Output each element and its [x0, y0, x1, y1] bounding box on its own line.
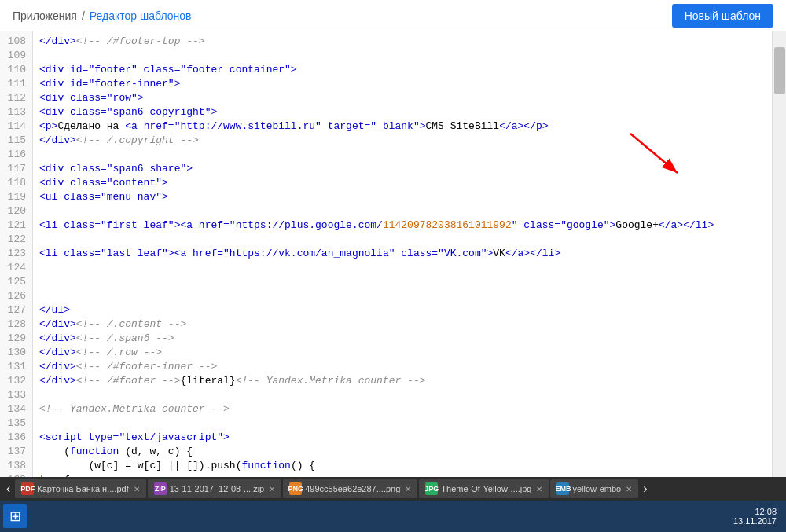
- line-number: 118: [0, 176, 32, 190]
- file-name: 499cc55ea62e287....png: [305, 484, 400, 493]
- code-line: [39, 416, 766, 431]
- code-line: [39, 148, 766, 162]
- code-line: <li class="first leaf"><a href="https://…: [39, 218, 766, 233]
- code-line: [39, 204, 766, 218]
- line-number: 130: [0, 346, 32, 360]
- code-line: </div><!-- /.content -->: [39, 317, 766, 332]
- code-line: <script type="text/javascript">: [39, 431, 766, 445]
- code-line: </div><!-- /#footer -->{literal}<!-- Yan…: [39, 374, 766, 388]
- line-number: 124: [0, 261, 32, 275]
- code-line: <li class="last leaf"><a href="https://v…: [39, 247, 766, 261]
- file-bar-item[interactable]: PNG499cc55ea62e287....png✕: [283, 479, 417, 498]
- code-line: [39, 233, 766, 247]
- file-close-button[interactable]: ✕: [536, 485, 542, 493]
- breadcrumb: Приложения / Редактор шаблонов: [13, 9, 191, 22]
- file-bar-item[interactable]: PDFКарточка Банка н....pdf✕: [15, 479, 145, 498]
- line-number: 125: [0, 275, 32, 289]
- line-number: 126: [0, 289, 32, 303]
- line-number: 127: [0, 303, 32, 317]
- line-number: 136: [0, 431, 32, 445]
- line-number: 135: [0, 416, 32, 431]
- code-line: [39, 49, 766, 63]
- file-bar-item[interactable]: JPGTheme-Of-Yellow-....jpg✕: [419, 479, 549, 498]
- code-line: (function (d, w, c) {: [39, 445, 766, 459]
- code-line: <div class="row">: [39, 91, 766, 105]
- file-bar-item[interactable]: EMByellow-embo✕: [550, 479, 638, 498]
- file-close-button[interactable]: ✕: [405, 485, 411, 493]
- scrollbar-thumb[interactable]: [774, 47, 785, 94]
- top-bar: Приложения / Редактор шаблонов Новый шаб…: [0, 0, 786, 31]
- line-number: 116: [0, 148, 32, 162]
- code-line: <ul class="menu nav">: [39, 190, 766, 204]
- file-name: Theme-Of-Yellow-....jpg: [441, 484, 531, 493]
- clock-date: 13.11.2017: [733, 516, 777, 526]
- line-number: 122: [0, 233, 32, 247]
- file-bar-left-arrow[interactable]: ‹: [3, 482, 13, 496]
- line-number: 117: [0, 162, 32, 176]
- line-number: 112: [0, 91, 32, 105]
- line-number: 120: [0, 204, 32, 218]
- code-line: <div class="content">: [39, 176, 766, 190]
- line-number: 137: [0, 445, 32, 459]
- file-close-button[interactable]: ✕: [626, 485, 632, 493]
- file-name: Карточка Банка н....pdf: [37, 484, 128, 493]
- line-number: 108: [0, 35, 32, 49]
- breadcrumb-separator: /: [82, 9, 85, 22]
- code-line: <div id="footer-inner">: [39, 77, 766, 91]
- taskbar: ⊞ 12:08 13.11.2017: [0, 501, 786, 532]
- line-number: 113: [0, 105, 32, 119]
- code-line: </div><!-- /.copyright -->: [39, 134, 766, 148]
- code-line: </div><!-- /.row -->: [39, 346, 766, 360]
- code-editor[interactable]: 1081091101111121131141151161171181191201…: [0, 31, 786, 477]
- code-line: </div><!-- /#footer-inner -->: [39, 360, 766, 374]
- file-type-icon: JPG: [425, 482, 438, 495]
- file-close-button[interactable]: ✕: [134, 485, 140, 493]
- scrollbar[interactable]: [772, 31, 786, 477]
- code-line: (w[c] = w[c] || []).push(function() {: [39, 459, 766, 473]
- line-number: 123: [0, 247, 32, 261]
- line-number: 110: [0, 63, 32, 77]
- line-number: 133: [0, 388, 32, 402]
- code-line: [39, 261, 766, 275]
- code-line: <div class="span6 copyright">: [39, 105, 766, 119]
- clock-time: 12:08: [733, 507, 777, 516]
- code-line: <p>Сделано на <a href="http://www.sitebi…: [39, 119, 766, 134]
- line-number: 119: [0, 190, 32, 204]
- line-numbers: 1081091101111121131141151161171181191201…: [0, 31, 33, 477]
- start-button[interactable]: ⊞: [3, 504, 27, 528]
- line-number: 138: [0, 459, 32, 473]
- breadcrumb-apps[interactable]: Приложения: [13, 9, 77, 22]
- file-bar: ‹ PDFКарточка Банка н....pdf✕ZIP13-11-20…: [0, 477, 786, 501]
- file-type-icon: PDF: [21, 482, 34, 495]
- code-line: </div><!-- /.span6 -->: [39, 332, 766, 346]
- code-line: [39, 289, 766, 303]
- code-line: <div class="span6 share">: [39, 162, 766, 176]
- line-number: 115: [0, 134, 32, 148]
- line-number: 109: [0, 49, 32, 63]
- file-type-icon: EMB: [556, 482, 569, 495]
- code-content[interactable]: </div><!-- /#footer-top --> <div id="foo…: [33, 31, 772, 477]
- file-type-icon: ZIP: [154, 482, 167, 495]
- line-number: 121: [0, 218, 32, 233]
- line-number: 128: [0, 317, 32, 332]
- main-layout: 1081091101111121131141151161171181191201…: [0, 31, 786, 477]
- taskbar-clock: 12:08 13.11.2017: [733, 507, 783, 526]
- new-template-button[interactable]: Новый шаблон: [672, 4, 773, 28]
- code-line: <!-- Yandex.Metrika counter -->: [39, 402, 766, 416]
- code-line: [39, 275, 766, 289]
- file-name: 13-11-2017_12-08-....zip: [170, 484, 264, 493]
- code-line: <div id="footer" class="footer container…: [39, 63, 766, 77]
- file-type-icon: PNG: [289, 482, 302, 495]
- breadcrumb-current: Редактор шаблонов: [90, 9, 192, 22]
- file-name: yellow-embo: [572, 484, 621, 493]
- code-line: </div><!-- /#footer-top -->: [39, 35, 766, 49]
- line-number: 132: [0, 374, 32, 388]
- line-number: 111: [0, 77, 32, 91]
- line-number: 131: [0, 360, 32, 374]
- code-line: </ul>: [39, 303, 766, 317]
- line-number: 134: [0, 402, 32, 416]
- file-close-button[interactable]: ✕: [269, 485, 275, 493]
- file-bar-right-arrow[interactable]: ›: [640, 482, 650, 496]
- line-number: 129: [0, 332, 32, 346]
- file-bar-item[interactable]: ZIP13-11-2017_12-08-....zip✕: [148, 479, 281, 498]
